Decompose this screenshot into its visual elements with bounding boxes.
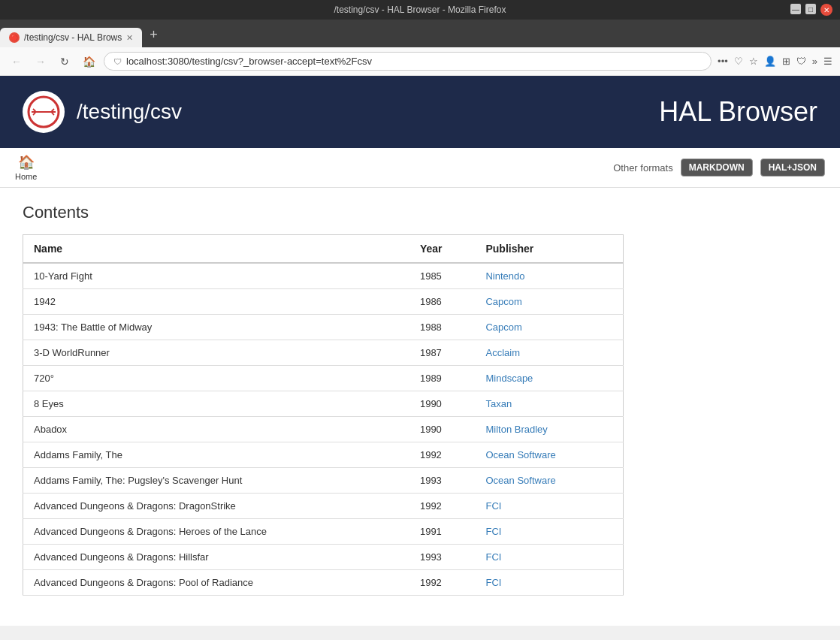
cell-publisher: Capcom [475, 315, 623, 340]
haljson-button[interactable]: HAL+JSON [760, 158, 825, 177]
cell-name: 1943: The Battle of Midway [23, 315, 409, 340]
cell-year: 1986 [409, 289, 476, 315]
table-row: Advanced Dungeons & Dragons: Hillsfar199… [23, 545, 624, 570]
logo-area: /testing/csv [23, 91, 182, 133]
url-bar[interactable]: 🛡 localhost:3080/testing/csv?_browser-ac… [104, 52, 712, 71]
cell-name: Addams Family, The: Pugsley's Scavenger … [23, 468, 409, 494]
cell-year: 1992 [409, 570, 476, 596]
browser-title-bar: /testing/csv - HAL Browser - Mozilla Fir… [0, 0, 840, 20]
toolbar-icons: ••• ♡ ☆ 👤 ⊞ 🛡 » ☰ [718, 56, 832, 67]
browser-title: /testing/csv - HAL Browser - Mozilla Fir… [334, 5, 506, 15]
home-icon: 🏠 [18, 154, 35, 171]
data-table: Name Year Publisher 10-Yard Fight1985Nin… [23, 234, 624, 596]
cell-year: 1985 [409, 263, 476, 289]
format-buttons: Other formats MARKDOWN HAL+JSON [613, 158, 825, 177]
cell-year: 1990 [409, 391, 476, 417]
cell-year: 1993 [409, 468, 476, 494]
star-icon[interactable]: ☆ [749, 56, 758, 67]
cell-publisher: Capcom [475, 289, 623, 315]
col-header-year: Year [409, 235, 476, 264]
tab-bar: 🔴 /testing/csv - HAL Brows ✕ + [0, 20, 840, 47]
tab-label: /testing/csv - HAL Brows [24, 32, 122, 43]
cell-publisher: Acclaim [475, 340, 623, 366]
tab-favicon: 🔴 [9, 32, 20, 43]
cell-name: Addams Family, The [23, 442, 409, 468]
col-header-publisher: Publisher [475, 235, 623, 264]
url-text: localhost:3080/testing/csv?_browser-acce… [126, 56, 372, 67]
lock-icon: 🛡 [113, 57, 122, 66]
maximize-button[interactable]: □ [805, 4, 816, 14]
table-row: 720°1989Mindscape [23, 366, 624, 391]
cell-publisher: Mindscape [475, 366, 623, 391]
cell-publisher: FCI [475, 519, 623, 545]
table-row: 19421986Capcom [23, 289, 624, 315]
cell-name: Advanced Dungeons & Dragons: DragonStrik… [23, 494, 409, 519]
cell-name: 10-Yard Fight [23, 263, 409, 289]
cell-year: 1991 [409, 519, 476, 545]
table-row: Advanced Dungeons & Dragons: Pool of Rad… [23, 570, 624, 596]
forward-button[interactable]: → [32, 53, 50, 71]
tab-close-button[interactable]: ✕ [126, 33, 133, 43]
table-row: Addams Family, The1992Ocean Software [23, 442, 624, 468]
minimize-button[interactable]: — [790, 4, 801, 14]
table-row: Advanced Dungeons & Dragons: DragonStrik… [23, 494, 624, 519]
table-row: Addams Family, The: Pugsley's Scavenger … [23, 468, 624, 494]
cell-publisher: Taxan [475, 391, 623, 417]
cell-name: Advanced Dungeons & Dragons: Heroes of t… [23, 519, 409, 545]
cell-name: Abadox [23, 417, 409, 442]
hal-logo [23, 91, 65, 133]
cell-year: 1993 [409, 545, 476, 570]
cell-name: Advanced Dungeons & Dragons: Hillsfar [23, 545, 409, 570]
cell-year: 1992 [409, 494, 476, 519]
contents-section: Contents Name Year Publisher 10-Yard Fig… [0, 188, 840, 611]
cell-publisher: Milton Bradley [475, 417, 623, 442]
home-label: Home [15, 172, 37, 181]
avatar-icon[interactable]: 👤 [764, 56, 776, 67]
table-row: 10-Yard Fight1985Nintendo [23, 263, 624, 289]
cell-publisher: FCI [475, 494, 623, 519]
cell-name: 8 Eyes [23, 391, 409, 417]
cell-year: 1987 [409, 340, 476, 366]
table-row: Abadox1990Milton Bradley [23, 417, 624, 442]
cell-name: Advanced Dungeons & Dragons: Pool of Rad… [23, 570, 409, 596]
home-button[interactable]: 🏠 [80, 53, 98, 71]
new-tab-button[interactable]: + [142, 23, 165, 47]
cell-year: 1989 [409, 366, 476, 391]
active-tab[interactable]: 🔴 /testing/csv - HAL Brows ✕ [0, 28, 142, 47]
table-header-row: Name Year Publisher [23, 235, 624, 264]
col-header-name: Name [23, 235, 409, 264]
cell-year: 1988 [409, 315, 476, 340]
hamburger-menu-button[interactable]: ☰ [823, 56, 832, 67]
cell-publisher: FCI [475, 545, 623, 570]
table-row: Advanced Dungeons & Dragons: Heroes of t… [23, 519, 624, 545]
table-row: 8 Eyes1990Taxan [23, 391, 624, 417]
home-link[interactable]: 🏠 Home [15, 154, 37, 181]
markdown-button[interactable]: MARKDOWN [681, 158, 753, 177]
hal-browser-label: HAL Browser [659, 96, 817, 128]
back-button[interactable]: ← [8, 53, 26, 71]
other-formats-label: Other formats [613, 162, 672, 174]
overflow-menu-button[interactable]: ••• [718, 56, 728, 67]
cell-publisher: Nintendo [475, 263, 623, 289]
extensions-icon[interactable]: ⊞ [782, 56, 790, 67]
cell-year: 1990 [409, 417, 476, 442]
nav-bar: 🏠 Home Other formats MARKDOWN HAL+JSON [0, 148, 840, 188]
shield-icon[interactable]: 🛡 [796, 56, 806, 67]
cell-publisher: Ocean Software [475, 442, 623, 468]
close-button[interactable]: ✕ [820, 4, 832, 16]
window-controls: — □ ✕ [790, 4, 832, 16]
reload-button[interactable]: ↻ [56, 53, 74, 71]
cell-publisher: Ocean Software [475, 468, 623, 494]
hal-header: /testing/csv HAL Browser [0, 76, 840, 148]
page-path: /testing/csv [77, 100, 182, 124]
contents-title: Contents [23, 203, 817, 222]
address-bar: ← → ↻ 🏠 🛡 localhost:3080/testing/csv?_br… [0, 47, 840, 76]
cell-name: 3-D WorldRunner [23, 340, 409, 366]
bookmark-icon[interactable]: ♡ [734, 56, 743, 67]
table-row: 3-D WorldRunner1987Acclaim [23, 340, 624, 366]
cell-publisher: FCI [475, 570, 623, 596]
table-row: 1943: The Battle of Midway1988Capcom [23, 315, 624, 340]
more-tools-button[interactable]: » [812, 56, 817, 67]
cell-name: 720° [23, 366, 409, 391]
page-wrapper: /testing/csv HAL Browser 🏠 Home Other fo… [0, 76, 840, 626]
